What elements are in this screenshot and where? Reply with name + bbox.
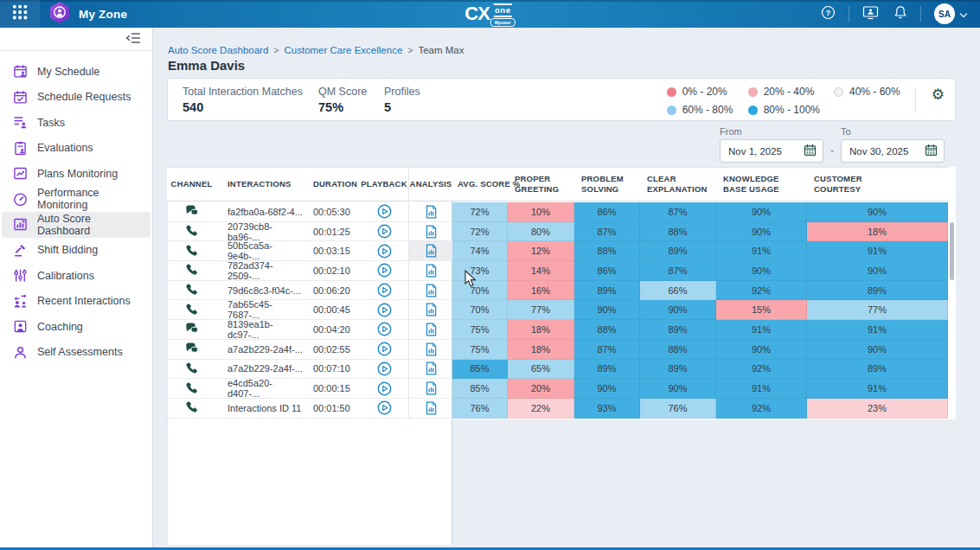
sidebar-item-tasks[interactable]: Tasks — [2, 110, 151, 136]
table-header-row: CHANNELINTERACTIONSDURATIONPLAYBACKANALY… — [167, 167, 948, 201]
calibrations-icon — [13, 268, 28, 283]
sidebar-collapse-button[interactable] — [124, 30, 144, 48]
analysis-button[interactable] — [425, 323, 438, 336]
column-header-label: CLEAR EXPLANATION — [647, 174, 714, 195]
score-cell-problem-solving: 90% — [574, 300, 640, 320]
analysis-cell — [409, 281, 452, 301]
analysis-button[interactable] — [425, 244, 438, 258]
analysis-button[interactable] — [425, 205, 438, 219]
score-cell-proper-greeting: 77% — [508, 300, 574, 320]
sidebar-item-label: Schedule Requests — [37, 91, 131, 103]
play-button[interactable] — [377, 224, 392, 239]
sidebar-header — [0, 28, 152, 51]
notifications-button[interactable] — [892, 3, 909, 24]
score-cell-problem-solving: 86% — [574, 261, 640, 281]
analysis-button[interactable] — [425, 264, 438, 278]
column-header-customer-courtesy: CUSTOMER COURTESY — [807, 168, 948, 201]
play-button[interactable] — [377, 400, 392, 415]
user-menu-button[interactable]: SA — [932, 2, 970, 26]
column-header-label: CHANNEL — [171, 179, 213, 189]
breadcrumb-item-auto-score-dashboard[interactable]: Auto Score Dashboard — [168, 45, 268, 55]
score-cell-clear-explanation: 89% — [640, 360, 716, 380]
sidebar-item-plans-monitoring[interactable]: Plans Monitoring — [2, 161, 151, 187]
score-cell-proper-greeting: 80% — [508, 222, 574, 242]
sidebar-item-recent-interactions[interactable]: Recent Interactions — [2, 289, 151, 315]
play-button[interactable] — [377, 342, 392, 356]
analysis-button[interactable] — [425, 381, 438, 395]
interaction-id-cell: 79d6c8c3-f04c-... — [216, 281, 303, 301]
play-button[interactable] — [377, 303, 392, 317]
call-icon — [185, 224, 198, 239]
score-cell-proper-greeting: 14% — [508, 261, 574, 281]
playback-cell — [360, 360, 409, 380]
monitor-button[interactable] — [861, 3, 881, 24]
score-cell-problem-solving: 89% — [574, 281, 640, 301]
analysis-button[interactable] — [425, 303, 438, 317]
play-button[interactable] — [377, 204, 392, 219]
sidebar-item-schedule-requests[interactable]: Schedule Requests — [2, 85, 151, 111]
sidebar-item-label: Self Assessments — [37, 346, 123, 358]
duration-cell: 00:02:10 — [303, 261, 360, 281]
playback-cell — [360, 300, 409, 320]
sidebar-item-coaching[interactable]: Coaching — [2, 314, 151, 340]
analysis-cell — [409, 399, 452, 419]
to-date-value: Nov 30, 2025 — [849, 146, 908, 157]
score-cell-problem-solving: 87% — [574, 340, 640, 360]
legend-item-20-40-: 20% - 40% — [748, 86, 820, 98]
play-button[interactable] — [377, 244, 392, 259]
app-launcher-button[interactable] — [0, 0, 40, 28]
stat-label: Total Interaction Matches — [183, 86, 318, 98]
score-cell-customer-courtesy: 23% — [807, 399, 948, 419]
play-button[interactable] — [377, 361, 392, 376]
table-row: e4cd5a20-d407-...00:00:1585%20%90%90%91%… — [167, 379, 948, 399]
myzone-hexagon-icon — [48, 1, 71, 28]
sidebar-item-self-assessments[interactable]: Self Assessments — [2, 340, 151, 366]
score-cell-clear-explanation: 87% — [640, 261, 716, 281]
table-scrollbar-thumb[interactable] — [950, 222, 954, 280]
score-cell-customer-courtesy: 91% — [807, 241, 948, 261]
channel-cell — [167, 340, 216, 360]
sidebar-item-label: Tasks — [37, 117, 65, 129]
play-button[interactable] — [377, 381, 392, 396]
score-cell-clear-explanation: 89% — [640, 320, 716, 340]
column-header-problem-solving: PROBLEM SOLVING — [574, 168, 640, 201]
analysis-button[interactable] — [425, 401, 438, 415]
table-row: fa2fba0a-68f2-4...00:05:3072%10%86%87%90… — [167, 202, 948, 222]
score-cell-avg-score-: 75% — [452, 320, 508, 340]
to-date-input[interactable]: Nov 30, 2025 — [841, 139, 945, 163]
analysis-button[interactable] — [425, 284, 438, 297]
analysis-button[interactable] — [425, 361, 438, 375]
sidebar-item-shift-bidding[interactable]: Shift Bidding — [2, 238, 151, 264]
channel-cell — [167, 320, 216, 340]
playback-cell — [360, 320, 409, 340]
settings-gear-icon[interactable]: ⚙ — [932, 87, 945, 102]
sidebar-item-auto-score-dashboard[interactable]: Auto Score Dashboard — [2, 212, 151, 238]
table-body: fa2fba0a-68f2-4...00:05:3072%10%86%87%90… — [167, 202, 948, 419]
from-date-input[interactable]: Nov 1, 2025 — [720, 139, 823, 163]
sidebar-item-performance-monitoring[interactable]: Performance Monitoring — [2, 187, 151, 213]
score-cell-avg-score-: 76% — [452, 399, 508, 419]
stat-value: 75% — [318, 100, 384, 114]
play-button[interactable] — [377, 263, 392, 278]
breadcrumb-item-customer-care-excellence[interactable]: Customer Care Excellence — [285, 45, 403, 55]
sidebar-item-my-schedule[interactable]: My Schedule — [2, 59, 151, 85]
sidebar-item-calibrations[interactable]: Calibrations — [2, 263, 151, 289]
table-row: Interactions ID 1100:01:5076%22%93%76%92… — [167, 399, 948, 419]
analysis-cell — [409, 360, 452, 380]
sidebar-item-evaluations[interactable]: Evaluations — [2, 136, 151, 162]
help-button[interactable]: ? — [819, 3, 837, 24]
play-button[interactable] — [377, 322, 392, 336]
legend-dot — [748, 106, 758, 115]
score-cell-problem-solving: 89% — [574, 360, 640, 380]
column-header-playback: PLAYBACK — [360, 168, 409, 201]
score-cell-customer-courtesy: 91% — [807, 379, 948, 399]
calendar-icon — [925, 144, 938, 158]
app-name: My Zone — [79, 8, 127, 21]
cxone-logo-badge: Mpower — [490, 18, 516, 27]
analysis-button[interactable] — [425, 225, 438, 239]
breadcrumb: Auto Score Dashboard>Customer Care Excel… — [168, 45, 464, 55]
playback-cell — [360, 261, 409, 281]
play-button[interactable] — [377, 283, 392, 297]
score-cell-problem-solving: 93% — [574, 399, 640, 419]
analysis-button[interactable] — [425, 342, 438, 356]
